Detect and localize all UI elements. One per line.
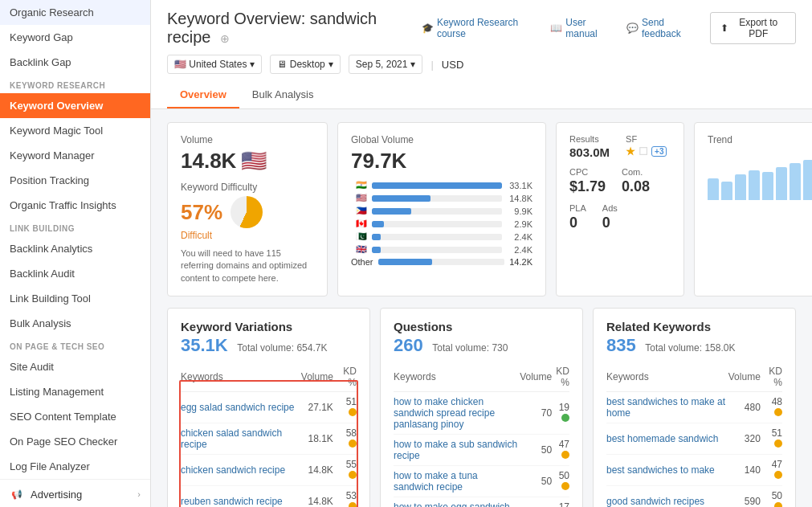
kd-badge: Difficult	[181, 230, 314, 241]
currency-label: USD	[442, 59, 463, 71]
keyword-link[interactable]: chicken salad sandwich recipe	[181, 427, 282, 450]
other-row: Other 14.2K	[351, 257, 532, 267]
sidebar-item-keyword-manager[interactable]: Keyword Manager	[0, 143, 150, 168]
bar-fill	[372, 221, 384, 227]
questions-table: Keywords Volume KD % how to make chicken…	[394, 362, 569, 507]
device-filter[interactable]: 🖥 Desktop ▾	[270, 55, 340, 74]
variations-total: Total volume: 654.7K	[237, 342, 327, 354]
sidebar-item-link-building-tool[interactable]: Link Building Tool	[0, 286, 150, 311]
table-row: how to make a tuna sandwich recipe 50 50	[394, 466, 569, 497]
volume-cell: 14.8K	[301, 455, 333, 486]
tab-bulk-analysis[interactable]: Bulk Analysis	[239, 82, 327, 108]
volume-cell: 50	[520, 466, 552, 497]
section-label-keyword-research: KEYWORD RESEARCH	[0, 75, 150, 93]
table-row: how to make chicken sandwich spread reci…	[394, 392, 569, 435]
sidebar-item-organic-traffic-insights[interactable]: Organic Traffic Insights	[0, 193, 150, 218]
country-filter[interactable]: 🇺🇸 United States ▾	[167, 55, 262, 74]
bar-track	[372, 195, 502, 202]
sidebar-item-log-file-analyzer[interactable]: Log File Analyzer	[0, 454, 150, 479]
separator: |	[430, 59, 433, 71]
keyword-link[interactable]: good sandwich recipes	[606, 496, 704, 507]
table-row: egg salad sandwich recipe 27.1K 51	[181, 392, 357, 423]
keyword-link[interactable]: best sandwiches to make at home	[606, 396, 725, 419]
bar-fill	[372, 195, 430, 202]
questions-title: Questions	[394, 320, 569, 333]
related-count: 835	[606, 335, 636, 355]
global-bar-row: 🇵🇭 9.9K	[351, 206, 532, 216]
sf-item: SF ★ ☐ +3	[626, 134, 667, 159]
table-row: best homemade sandwich 320 51	[606, 423, 782, 455]
keyword-link[interactable]: how to make chicken sandwich spread reci…	[394, 396, 495, 430]
volume-cell: 27.1K	[301, 392, 333, 423]
advertising-icon: 📢	[10, 487, 24, 501]
keyword-link[interactable]: reuben sandwich recipe	[181, 496, 283, 507]
sidebar-item-site-audit[interactable]: Site Audit	[0, 354, 150, 379]
volume-cell: 590	[728, 486, 761, 507]
send-feedback-link[interactable]: 💬 Send feedback	[626, 17, 699, 39]
sidebar-item-position-tracking[interactable]: Position Tracking	[0, 168, 150, 193]
add-keyword-icon[interactable]: ⊕	[220, 32, 230, 45]
sidebar-item-organic-research[interactable]: Organic Research	[0, 0, 150, 25]
section-label-link-building: LINK BUILDING	[0, 218, 150, 236]
keyword-link[interactable]: how to make a sub sandwich recipe	[394, 439, 517, 461]
keyword-link[interactable]: chicken sandwich recipe	[181, 464, 285, 476]
bar-track	[372, 221, 502, 227]
bar-track	[372, 182, 502, 189]
related-title: Related Keywords	[606, 320, 782, 333]
bar-value: 33.1K	[507, 181, 532, 190]
variations-rows: egg salad sandwich recipe 27.1K 51 chick…	[181, 392, 357, 507]
global-volume-card: Global Volume 79.7K 🇮🇳 33.1K 🇺🇸 14.8K 🇵🇭…	[337, 122, 546, 296]
sidebar-item-backlink-analytics[interactable]: Backlink Analytics	[0, 236, 150, 261]
volume-cell: 480	[728, 392, 761, 423]
kd-dot-icon	[349, 440, 357, 448]
trend-bar	[749, 170, 760, 200]
questions-card: Questions 260 Total volume: 730 Keywords…	[380, 308, 583, 507]
star-filled-icon: ★	[626, 145, 635, 157]
table-row: chicken sandwich recipe 14.8K 55	[181, 455, 357, 486]
kd-cell: 19	[552, 392, 569, 435]
tabs: Overview Bulk Analysis	[167, 82, 796, 108]
sidebar-item-advertising[interactable]: 📢 Advertising ›	[0, 479, 150, 507]
col-keywords: Keywords	[606, 362, 728, 392]
col-volume: Volume	[728, 362, 761, 392]
sidebar-item-bulk-analysis[interactable]: Bulk Analysis	[0, 311, 150, 336]
export-button[interactable]: ⬆ Export to PDF	[710, 12, 797, 44]
keyword-link[interactable]: how to make egg sandwich filipino recipe	[394, 501, 510, 507]
keyword-link[interactable]: best homemade sandwich	[606, 433, 718, 444]
kd-dot-icon	[774, 440, 782, 448]
sidebar-item-on-page-seo-checker[interactable]: On Page SEO Checker	[0, 429, 150, 454]
volume-card: Volume 14.8K 🇺🇸 Keyword Difficulty 57% D…	[167, 122, 328, 296]
country-flag: 🇨🇦	[351, 219, 367, 229]
global-volume-value: 79.7K	[351, 149, 532, 174]
user-manual-link[interactable]: 📖 User manual	[550, 17, 614, 39]
trend-bar	[776, 167, 787, 200]
sidebar-item-seo-content-template[interactable]: SEO Content Template	[0, 404, 150, 429]
us-flag: 🇺🇸	[241, 149, 267, 174]
sidebar-item-listing-management[interactable]: Listing Management	[0, 379, 150, 404]
keyword-link[interactable]: how to make a tuna sandwich recipe	[394, 470, 478, 493]
pla-item: PLA 0	[569, 203, 586, 231]
keyword-link[interactable]: best sandwiches to make	[606, 464, 715, 476]
trend-label: Trend	[708, 134, 812, 145]
related-rows: best sandwiches to make at home 480 48 b…	[606, 392, 782, 507]
kd-dot-icon	[561, 451, 569, 459]
keyword-research-course-link[interactable]: 🎓 Keyword Research course	[422, 17, 537, 39]
kd-cell: 51	[761, 423, 782, 455]
date-filter[interactable]: Sep 5, 2021 ▾	[349, 55, 423, 74]
trend-bar	[721, 182, 732, 200]
country-flag: 🇮🇳	[351, 180, 367, 190]
sidebar-item-keyword-gap[interactable]: Keyword Gap	[0, 25, 150, 50]
sidebar-item-keyword-magic-tool[interactable]: Keyword Magic Tool	[0, 118, 150, 143]
volume-cell: 320	[728, 423, 761, 455]
variations-title: Keyword Variations	[181, 320, 357, 333]
sidebar-item-backlink-gap[interactable]: Backlink Gap	[0, 50, 150, 75]
sidebar-item-backlink-audit[interactable]: Backlink Audit	[0, 261, 150, 286]
kd-cell: 58	[333, 423, 357, 455]
keyword-link[interactable]: egg salad sandwich recipe	[181, 402, 294, 413]
sidebar-item-keyword-overview[interactable]: Keyword Overview	[0, 93, 150, 118]
book-icon: 📖	[550, 22, 562, 34]
kd-dot-icon	[774, 502, 782, 507]
tab-overview[interactable]: Overview	[167, 82, 239, 108]
ads-item: Ads 0	[602, 203, 618, 231]
table-row: how to make egg sandwich filipino recipe…	[394, 497, 569, 507]
